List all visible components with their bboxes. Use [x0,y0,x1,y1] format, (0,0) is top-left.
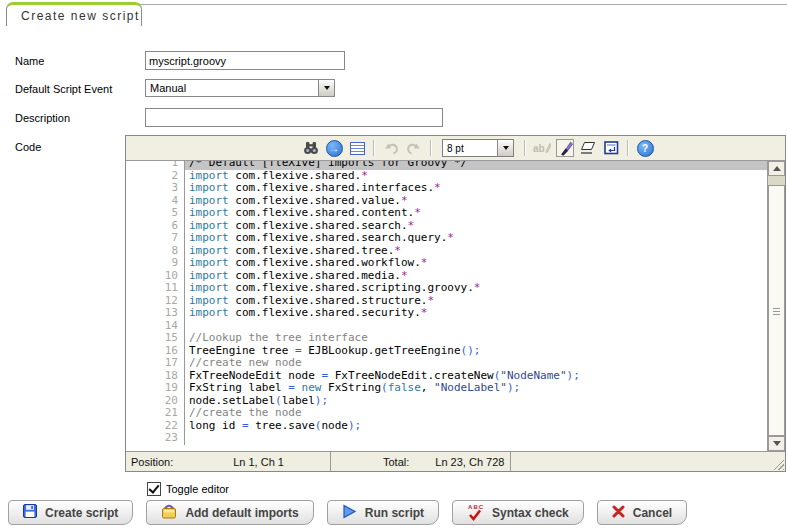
line-number: 17 [126,357,185,370]
description-input[interactable] [145,108,443,127]
eraser-icon[interactable] [579,139,597,157]
line-number: 15 [126,332,185,345]
vertical-scrollbar[interactable] [767,161,785,451]
toolbar-separator [430,140,432,156]
code-line[interactable]: 23 [126,432,767,445]
name-input[interactable] [145,51,345,70]
chevron-down-icon[interactable] [318,80,334,96]
toggle-editor-label: Toggle editor [166,483,229,495]
font-size-value: 8 pt [443,143,497,154]
line-number: 3 [126,182,185,195]
resize-grip[interactable] [771,457,784,470]
toolbar-separator [373,140,375,156]
play-icon [342,504,357,522]
code-line-text: long id = tree.save(node); [185,420,767,433]
button-label: Syntax check [492,506,569,520]
search-icon[interactable] [302,139,320,157]
scrollbar-thumb[interactable] [768,185,785,436]
chevron-down-icon [773,441,781,446]
help-icon[interactable]: ? [636,139,654,157]
tab-label: Create new script [21,9,140,23]
tab-strip-line [140,4,787,5]
name-label: Name [15,55,44,67]
syntax-check-button[interactable]: ABC Syntax check [452,500,584,525]
chevron-down-icon[interactable] [497,140,513,156]
line-number: 13 [126,307,185,320]
code-area[interactable]: 1/* Default [fleXive] imports for Groovy… [126,161,767,451]
toolbar-separator [627,140,629,156]
code-label: Code [15,141,41,153]
status-total-cell: Total: Ln 23, Ch 728 [331,452,511,471]
code-line-text: import com.flexive.shared.security.* [185,307,767,320]
editor-toolbar: → 8 pt ab ? [126,136,785,161]
panel-wrap-icon[interactable] [602,139,620,157]
button-label: Run script [365,506,424,520]
list-view-icon[interactable] [348,139,366,157]
status-position-cell: Position: Ln 1, Ch 1 [126,452,331,471]
line-number: 19 [126,382,185,395]
total-value: Ln 23, Ch 728 [435,456,504,468]
package-icon [161,504,177,522]
line-number: 9 [126,257,185,270]
line-number: 23 [126,432,185,445]
redo-icon[interactable] [405,139,423,157]
run-script-button[interactable]: Run script [327,500,439,525]
scroll-up-button[interactable] [768,161,785,176]
code-lines: 1/* Default [fleXive] imports for Groovy… [126,161,767,445]
line-number: 11 [126,282,185,295]
create-script-button[interactable]: Create script [8,500,133,525]
code-line[interactable]: 22long id = tree.save(node); [126,420,767,433]
toolbar-separator [524,140,526,156]
tab-create-new-script[interactable]: Create new script [6,2,142,26]
toggle-editor-row: Toggle editor [147,482,229,496]
font-size-select[interactable]: 8 pt [442,139,514,157]
save-icon [23,504,37,521]
scrollbar-track[interactable] [768,176,785,436]
position-value: Ln 1, Ch 1 [233,456,284,468]
undo-icon[interactable] [382,139,400,157]
line-number: 7 [126,232,185,245]
scroll-down-button[interactable] [768,436,785,451]
line-number: 21 [126,407,185,420]
editor-status-bar: Position: Ln 1, Ch 1 Total: Ln 23, Ch 72… [126,451,785,471]
total-label: Total: [383,456,409,468]
description-label: Description [15,112,70,124]
status-spare-cell [511,452,785,471]
syntax-check-icon: ABC [467,505,484,521]
cancel-icon [612,505,625,521]
line-number: 5 [126,207,185,220]
button-label: Cancel [633,506,672,520]
highlight-brush-icon[interactable] [556,139,574,157]
cancel-button[interactable]: Cancel [597,500,687,525]
toggle-editor-checkbox[interactable] [147,482,161,496]
event-label: Default Script Event [15,83,112,95]
code-editor: → 8 pt ab ? 1/* Default [fleX [125,135,786,472]
button-label: Add default imports [185,506,298,520]
chevron-up-icon [773,166,781,171]
selected-event-value: Manual [146,82,318,94]
action-buttons: Create script Add default imports Run sc… [8,500,687,525]
goto-line-icon[interactable]: → [325,139,343,157]
code-line-text [185,432,767,445]
replace-icon[interactable]: ab [533,139,551,157]
default-script-event-select[interactable]: Manual [145,79,335,97]
add-default-imports-button[interactable]: Add default imports [146,500,313,525]
code-line[interactable]: 13import com.flexive.shared.security.* [126,307,767,320]
position-label: Position: [131,456,173,468]
button-label: Create script [45,506,118,520]
